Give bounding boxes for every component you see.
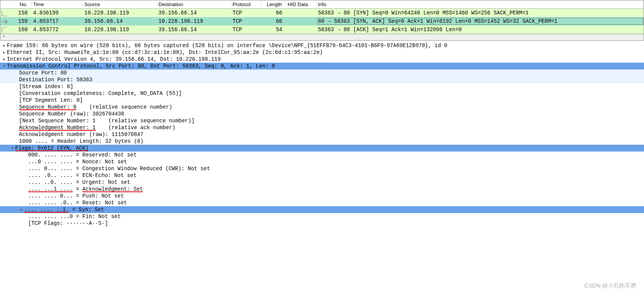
cell-no: 158 xyxy=(0,9,32,17)
ack-underlined: Acknowledgment Number: 1 xyxy=(19,125,96,131)
flag-syn[interactable]: ▶.... .... ..1. = Syn: Set xyxy=(0,206,644,213)
flag-reserved[interactable]: 000. .... .... = Reserved: Not set xyxy=(0,152,644,158)
col-no-header[interactable]: No. xyxy=(0,1,32,8)
col-hid-header[interactable]: HID Data xyxy=(286,1,316,8)
cell-len: 54 xyxy=(261,26,286,33)
cell-hid xyxy=(286,12,316,14)
tcp-text: Transmission Control Protocol, Src Port:… xyxy=(7,63,275,69)
cell-hid xyxy=(286,29,316,30)
cell-len: 66 xyxy=(261,17,286,25)
packet-row-selected[interactable]: 159 4.853717 39.156.66.14 10.228.198.119… xyxy=(0,17,644,25)
frame-text: Frame 159: 66 bytes on wire (528 bits), … xyxy=(7,43,447,49)
packet-row[interactable]: 160 4.853772 10.228.198.119 39.156.66.14… xyxy=(0,25,644,34)
flag-push[interactable]: .... .... 0... = Push: Not set xyxy=(0,193,644,199)
cell-no: 159 xyxy=(0,17,32,25)
scroll-left-icon[interactable]: < xyxy=(0,34,7,40)
collapse-icon[interactable]: ▼ xyxy=(2,64,7,68)
cell-src: 10.228.198.119 xyxy=(83,9,157,17)
tcp-nextseq[interactable]: [Next Sequence Number: 1 (relative seque… xyxy=(0,117,644,124)
tcp-stream[interactable]: [Stream index: 6] xyxy=(0,83,644,90)
column-header-row: No. Time Source Destination Protocol Len… xyxy=(0,0,644,9)
flag-ack-bits: .... ...1 .... xyxy=(28,186,73,192)
flag-syn-label: = Syn: Set xyxy=(69,207,104,213)
ip-text: Internet Protocol Version 4, Src: 39.156… xyxy=(7,56,221,62)
cell-src: 39.156.66.14 xyxy=(83,17,157,25)
flag-ack-eq: = xyxy=(73,186,82,192)
packet-row[interactable]: 158 4.836199 10.228.198.119 39.156.66.14… xyxy=(0,9,644,17)
related-marker-icon xyxy=(1,10,8,17)
flag-nonce[interactable]: ...0 .... .... = Nonce: Not set xyxy=(0,158,644,165)
cell-time: 4.853717 xyxy=(32,17,83,25)
related-marker-icon xyxy=(1,27,8,33)
flags-text: Flags: 0x012 (SYN, ACK) xyxy=(15,145,89,151)
tcp-seq[interactable]: Sequence Number: 0 (relative sequence nu… xyxy=(0,104,644,111)
ethernet-node[interactable]: ▶Ethernet II, Src: HuaweiTe_a1:1e:08 (cc… xyxy=(0,49,644,56)
cell-proto: TCP xyxy=(231,17,261,25)
horizontal-scrollbar[interactable]: < xyxy=(0,34,644,41)
cell-dst: 39.156.66.14 xyxy=(157,9,231,17)
tcp-seq-raw[interactable]: Sequence Number (raw): 3826704438 xyxy=(0,111,644,117)
flag-ack-label: Acknowledgment: Set xyxy=(82,186,143,192)
frame-node[interactable]: ▶Frame 159: 66 bytes on wire (528 bits),… xyxy=(0,42,644,49)
tcp-ack-raw[interactable]: Acknowledgment number (raw): 1115070847 xyxy=(0,131,644,138)
flag-ack[interactable]: .... ...1 .... = Acknowledgment: Set xyxy=(0,186,644,193)
col-dst-header[interactable]: Destination xyxy=(157,1,231,8)
current-marker-icon xyxy=(1,18,8,25)
flag-cwr[interactable]: .... 0... .... = Congestion Window Reduc… xyxy=(0,165,644,172)
tcp-hlen[interactable]: 1000 .... = Header Length: 32 bytes (8) xyxy=(0,138,644,145)
expand-icon[interactable]: ▶ xyxy=(2,50,7,55)
tcp-node[interactable]: ▼Transmission Control Protocol, Src Port… xyxy=(0,63,644,70)
ip-node[interactable]: ▶Internet Protocol Version 4, Src: 39.15… xyxy=(0,56,644,63)
tcp-conversation[interactable]: [Conversation completeness: Complete, NO… xyxy=(0,90,644,97)
col-src-header[interactable]: Source xyxy=(83,1,157,8)
col-info-header[interactable]: Info xyxy=(316,1,644,8)
cell-no: 160 xyxy=(0,26,32,33)
tcp-dstport[interactable]: Destination Port: 58363 xyxy=(0,76,644,83)
cell-hid xyxy=(286,21,316,22)
tcp-flags-str[interactable]: [TCP Flags: ·······A··S·] xyxy=(0,220,644,227)
ack-suffix: (relative ack number) xyxy=(96,125,176,131)
flag-syn-bits: .... .... ..1. xyxy=(24,207,69,213)
cell-info: 58363 → 80 [SYN] Seq=0 Win=64240 Len=0 M… xyxy=(316,9,644,17)
tcp-srcport[interactable]: Source Port: 80 xyxy=(0,70,644,76)
cell-time: 4.836199 xyxy=(32,9,83,17)
flag-reset[interactable]: .... .... .0.. = Reset: Not set xyxy=(0,199,644,206)
tcp-seglen[interactable]: [TCP Segment Len: 0] xyxy=(0,97,644,104)
col-len-header[interactable]: Length xyxy=(261,1,286,8)
cell-len: 66 xyxy=(261,9,286,17)
tcp-flags-node[interactable]: ▼Flags: 0x012 (SYN, ACK) xyxy=(0,145,644,152)
seq-suffix: (relative sequence number) xyxy=(76,104,172,110)
cell-info: 80 → 58363 [SYN, ACK] Seq=0 Ack=1 Win=81… xyxy=(316,17,644,25)
expand-icon[interactable]: ▶ xyxy=(2,43,7,48)
flag-urg[interactable]: .... ..0. .... = Urgent: Not set xyxy=(0,179,644,186)
cell-proto: TCP xyxy=(231,9,261,17)
collapse-icon[interactable]: ▼ xyxy=(10,146,15,150)
cell-src: 10.228.198.119 xyxy=(83,26,157,33)
tcp-ack[interactable]: Acknowledgment Number: 1 (relative ack n… xyxy=(0,124,644,131)
cell-time: 4.853772 xyxy=(32,26,83,33)
col-time-header[interactable]: Time xyxy=(32,1,83,8)
col-proto-header[interactable]: Protocol xyxy=(231,1,261,8)
packet-details-pane: ▶Frame 159: 66 bytes on wire (528 bits),… xyxy=(0,41,644,238)
eth-text: Ethernet II, Src: HuaweiTe_a1:1e:08 (cc:… xyxy=(7,49,323,55)
flag-fin[interactable]: .... .... ...0 = Fin: Not set xyxy=(0,213,644,220)
cell-dst: 39.156.66.14 xyxy=(157,26,231,33)
cell-proto: TCP xyxy=(231,26,261,33)
cell-info: 58363 → 80 [ACK] Seq=1 Ack=1 Win=132096 … xyxy=(316,26,644,33)
seq-underlined: Sequence Number: 0 xyxy=(19,104,76,110)
cell-dst: 10.228.198.119 xyxy=(157,17,231,25)
packet-list: No. Time Source Destination Protocol Len… xyxy=(0,0,644,34)
expand-icon[interactable]: ▶ xyxy=(2,57,7,62)
flag-ecn[interactable]: .... .0.. .... = ECN-Echo: Not set xyxy=(0,172,644,179)
expand-icon[interactable]: ▶ xyxy=(19,207,24,212)
